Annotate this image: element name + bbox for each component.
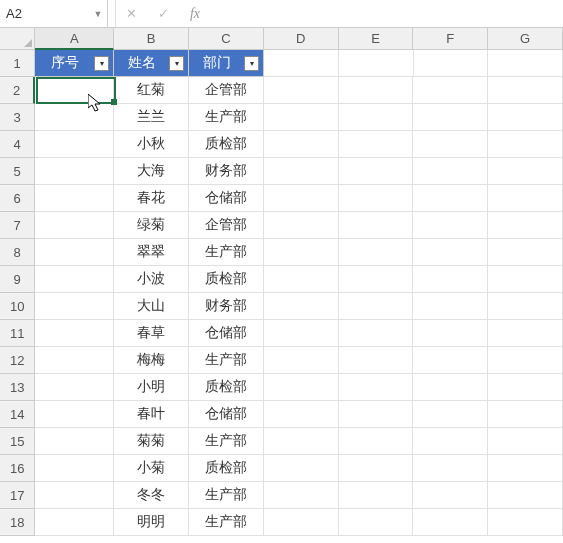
cell[interactable] — [339, 266, 414, 293]
cell[interactable] — [264, 131, 339, 158]
header-cell-a[interactable]: 序号 ▾ — [35, 50, 114, 77]
cell[interactable]: 生产部 — [189, 509, 264, 536]
cell[interactable] — [35, 401, 114, 428]
row-header-2[interactable]: 2 — [0, 77, 35, 104]
cell[interactable] — [264, 428, 339, 455]
cell[interactable]: 梅梅 — [114, 347, 189, 374]
cell[interactable] — [264, 158, 339, 185]
cell[interactable] — [35, 158, 114, 185]
cell[interactable] — [35, 347, 114, 374]
cell[interactable]: 冬冬 — [114, 482, 189, 509]
cell[interactable] — [35, 239, 114, 266]
cell[interactable] — [35, 212, 114, 239]
cell[interactable]: 大山 — [114, 293, 189, 320]
row-header-6[interactable]: 6 — [0, 185, 35, 212]
cell[interactable]: 绿菊 — [114, 212, 189, 239]
cell[interactable] — [264, 293, 339, 320]
cell[interactable]: 翠翠 — [114, 239, 189, 266]
cell[interactable] — [413, 104, 488, 131]
select-all-corner[interactable] — [0, 28, 35, 50]
col-header-f[interactable]: F — [413, 28, 488, 50]
cell[interactable] — [35, 482, 114, 509]
row-header-8[interactable]: 8 — [0, 239, 35, 266]
cell[interactable] — [35, 185, 114, 212]
row-header-15[interactable]: 15 — [0, 428, 35, 455]
cell[interactable] — [339, 131, 414, 158]
cell[interactable] — [35, 509, 114, 536]
col-header-a[interactable]: A — [35, 28, 114, 50]
cell[interactable] — [339, 212, 414, 239]
cell[interactable]: 企管部 — [189, 212, 264, 239]
enter-icon[interactable]: ✓ — [154, 6, 172, 21]
cell[interactable] — [414, 50, 489, 77]
cell[interactable] — [264, 266, 339, 293]
cell[interactable] — [413, 455, 488, 482]
cell[interactable]: 小菊 — [114, 455, 189, 482]
cell[interactable] — [413, 482, 488, 509]
cancel-icon[interactable]: ✕ — [122, 6, 140, 21]
row-header-7[interactable]: 7 — [0, 212, 35, 239]
cell[interactable] — [413, 320, 488, 347]
cell[interactable] — [264, 50, 339, 77]
cell[interactable] — [413, 428, 488, 455]
cell[interactable] — [413, 374, 488, 401]
row-header-14[interactable]: 14 — [0, 401, 35, 428]
cell[interactable] — [264, 239, 339, 266]
cell[interactable]: 春花 — [114, 185, 189, 212]
cell[interactable] — [413, 293, 488, 320]
cell[interactable] — [339, 77, 414, 104]
cell[interactable]: 大海 — [114, 158, 189, 185]
cell[interactable]: 财务部 — [189, 293, 264, 320]
cell[interactable] — [339, 158, 414, 185]
cell[interactable] — [339, 239, 414, 266]
cell[interactable] — [35, 428, 114, 455]
cell[interactable]: 仓储部 — [189, 185, 264, 212]
row-header-5[interactable]: 5 — [0, 158, 35, 185]
header-cell-c[interactable]: 部门 ▾ — [189, 50, 264, 77]
cell[interactable] — [35, 77, 114, 104]
cell[interactable]: 生产部 — [189, 482, 264, 509]
cell[interactable]: 明明 — [114, 509, 189, 536]
row-header-17[interactable]: 17 — [0, 482, 35, 509]
cell[interactable]: 生产部 — [189, 347, 264, 374]
name-box-dropdown-icon[interactable]: ▼ — [89, 0, 107, 27]
cell[interactable] — [264, 374, 339, 401]
row-header-1[interactable]: 1 — [0, 50, 35, 77]
cell[interactable] — [413, 131, 488, 158]
cell[interactable] — [264, 212, 339, 239]
row-header-9[interactable]: 9 — [0, 266, 35, 293]
cell[interactable] — [413, 266, 488, 293]
cell[interactable] — [488, 482, 563, 509]
cell[interactable] — [413, 509, 488, 536]
cell[interactable]: 红菊 — [114, 77, 189, 104]
filter-icon[interactable]: ▾ — [169, 56, 184, 71]
cell[interactable] — [339, 374, 414, 401]
cell[interactable] — [339, 482, 414, 509]
row-header-11[interactable]: 11 — [0, 320, 35, 347]
cell[interactable] — [413, 158, 488, 185]
cell[interactable] — [35, 455, 114, 482]
cell[interactable]: 兰兰 — [114, 104, 189, 131]
cell[interactable] — [413, 77, 488, 104]
cell[interactable] — [35, 293, 114, 320]
col-header-e[interactable]: E — [339, 28, 414, 50]
cell[interactable] — [35, 320, 114, 347]
cell[interactable]: 春叶 — [114, 401, 189, 428]
cell[interactable] — [488, 77, 563, 104]
row-header-10[interactable]: 10 — [0, 293, 35, 320]
cell[interactable] — [488, 401, 563, 428]
col-header-d[interactable]: D — [264, 28, 339, 50]
cell[interactable] — [488, 509, 563, 536]
cell[interactable]: 生产部 — [189, 428, 264, 455]
name-box[interactable]: A2 ▼ — [0, 0, 108, 27]
cell[interactable] — [488, 428, 563, 455]
col-header-g[interactable]: G — [488, 28, 563, 50]
cell[interactable]: 菊菊 — [114, 428, 189, 455]
fx-icon[interactable]: fx — [186, 6, 204, 22]
cell[interactable] — [264, 482, 339, 509]
cell[interactable] — [488, 212, 563, 239]
cell[interactable] — [488, 293, 563, 320]
cell[interactable] — [339, 185, 414, 212]
cell[interactable]: 质检部 — [189, 374, 264, 401]
cell[interactable]: 小明 — [114, 374, 189, 401]
